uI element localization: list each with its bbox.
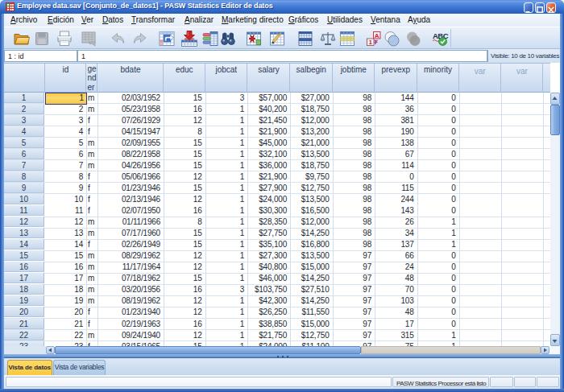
svg-text:1: 1 [368,39,372,46]
svg-text:A: A [375,32,379,39]
